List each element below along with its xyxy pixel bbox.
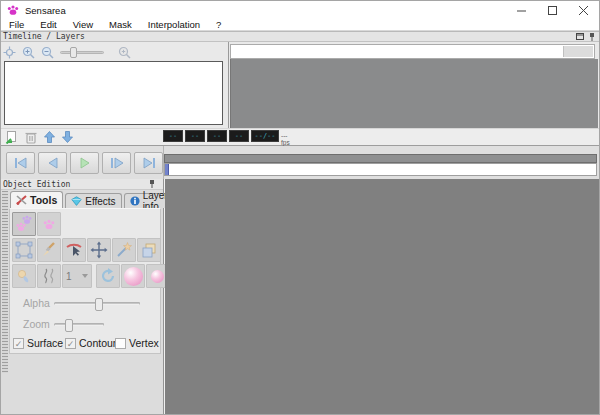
tab-effects[interactable]: Effects — [65, 193, 121, 208]
surface-checkbox[interactable]: ✓ Surface — [13, 337, 63, 349]
delete-layer-icon[interactable] — [25, 131, 37, 144]
magic-wand-icon — [115, 241, 133, 259]
display-options-row: ✓ Surface ✓ Contour Vertex — [10, 337, 160, 351]
zoom-slider[interactable] — [54, 323, 104, 326]
single-object-paw-tool-button[interactable] — [37, 212, 61, 236]
pin-panel-icon[interactable] — [149, 180, 155, 188]
timeline-track-area[interactable] — [230, 59, 598, 128]
zoom-slider-thumb[interactable] — [65, 319, 73, 332]
go-first-frame-button[interactable] — [6, 152, 35, 174]
go-last-frame-button[interactable] — [134, 152, 163, 174]
playback-controls — [1, 146, 164, 179]
move-layer-down-icon[interactable] — [62, 131, 73, 143]
go-last-icon — [142, 157, 156, 169]
fps-unit: fps — [281, 139, 290, 146]
center-view-icon[interactable] — [3, 46, 16, 59]
contour-checkbox[interactable]: ✓ Contour — [65, 337, 116, 349]
main-canvas[interactable] — [165, 179, 599, 415]
frame-ruler[interactable] — [164, 163, 597, 176]
curve-edit-tool-button[interactable] — [37, 264, 61, 288]
object-edition-tabs: Tools Effects Layer info — [10, 191, 174, 208]
duplicate-tool-button[interactable] — [137, 238, 161, 262]
pin-panel-icon[interactable] — [589, 33, 595, 41]
menu-help[interactable]: ? — [208, 19, 229, 31]
step-back-icon — [47, 157, 59, 169]
marquee-select-tool-button[interactable] — [12, 238, 36, 262]
playhead-marker[interactable] — [165, 164, 169, 175]
alpha-slider-thumb[interactable] — [95, 298, 103, 311]
time-field-minutes: -- — [185, 130, 205, 142]
minimize-button[interactable] — [506, 1, 537, 19]
window-title: Sensarea — [25, 5, 66, 16]
move-arrows-icon — [90, 241, 108, 259]
time-field-hours: -- — [163, 130, 183, 142]
move-layer-up-icon[interactable] — [44, 131, 55, 143]
curves-icon — [40, 267, 58, 285]
chevron-down-icon — [82, 274, 88, 278]
maximize-button[interactable] — [537, 1, 568, 19]
magic-wand-tool-button[interactable] — [112, 238, 136, 262]
move-tool-button[interactable] — [87, 238, 111, 262]
effects-diamond-icon — [71, 196, 82, 206]
step-forward-icon — [110, 157, 124, 169]
contour-checkbox-box[interactable]: ✓ — [65, 338, 76, 349]
multi-object-paw-tool-button[interactable] — [12, 212, 36, 236]
zoom-in-icon[interactable] — [22, 46, 35, 59]
title-bar: Sensarea — [1, 1, 599, 19]
menu-interpolation[interactable]: Interpolation — [140, 19, 208, 31]
fps-readout: --- fps — [281, 129, 290, 146]
vertex-checkbox-box[interactable] — [115, 338, 126, 349]
frame-ruler-header[interactable] — [164, 154, 597, 163]
lower-area: Object Edition Tools — [1, 179, 599, 415]
surface-checkbox-label: Surface — [27, 337, 63, 349]
layers-toolbar — [3, 44, 131, 60]
object-edition-panel: Object Edition Tools — [1, 179, 164, 415]
transport-bar — [1, 146, 599, 179]
menu-file[interactable]: File — [1, 19, 32, 31]
cursor-arrow-icon — [65, 241, 83, 259]
menu-mask[interactable]: Mask — [101, 19, 140, 31]
timeline-status-band: -- -- -- -- --/-- --- fps — [1, 128, 599, 146]
close-button[interactable] — [568, 1, 599, 19]
contour-select-tool-button[interactable] — [62, 238, 86, 262]
sphere-small-icon — [151, 270, 164, 283]
maximize-icon — [548, 6, 557, 15]
step-back-button[interactable] — [38, 152, 67, 174]
surface-checkbox-box[interactable]: ✓ — [13, 338, 24, 349]
brush-tool-button[interactable] — [37, 238, 61, 262]
tab-tools-label: Tools — [30, 194, 57, 206]
add-layer-icon[interactable] — [5, 131, 18, 144]
timeline-ruler-field[interactable] — [230, 44, 595, 59]
float-panel-icon[interactable] — [576, 33, 584, 41]
tab-tools[interactable]: Tools — [10, 191, 63, 208]
timeline-ruler-end-block[interactable] — [563, 46, 593, 57]
pin-vertex-tool-button[interactable] — [12, 264, 36, 288]
zoom-out-icon[interactable] — [41, 46, 54, 59]
object-edition-title: Object Edition — [3, 180, 70, 189]
layers-pane — [1, 42, 229, 128]
single-paw-icon — [40, 215, 58, 233]
brush-icon — [40, 241, 58, 259]
play-icon — [79, 157, 91, 169]
panel-grip[interactable] — [2, 191, 8, 373]
vertex-checkbox[interactable]: Vertex — [115, 337, 159, 349]
sphere-large-tool-button[interactable] — [121, 264, 145, 288]
rotate-icon — [99, 267, 117, 285]
rotate-tool-button[interactable] — [96, 264, 120, 288]
play-button[interactable] — [70, 152, 99, 174]
menu-view[interactable]: View — [65, 19, 101, 31]
layers-list[interactable] — [4, 61, 223, 125]
timeline-panel-header: Timeline / Layers — [1, 31, 599, 42]
zoom-fit-icon[interactable] — [118, 46, 131, 59]
menu-edit[interactable]: Edit — [32, 19, 64, 31]
go-first-icon — [14, 157, 28, 169]
alpha-label: Alpha — [23, 297, 50, 309]
timeline-zoom-slider[interactable] — [60, 46, 104, 59]
timeline-zoom-slider-thumb[interactable] — [70, 47, 77, 58]
minimize-icon — [517, 6, 526, 15]
info-icon — [130, 196, 140, 206]
alpha-slider[interactable] — [54, 302, 140, 305]
brush-size-spinner[interactable]: 1 — [62, 264, 92, 288]
step-forward-button[interactable] — [102, 152, 131, 174]
duplicate-icon — [140, 241, 158, 259]
